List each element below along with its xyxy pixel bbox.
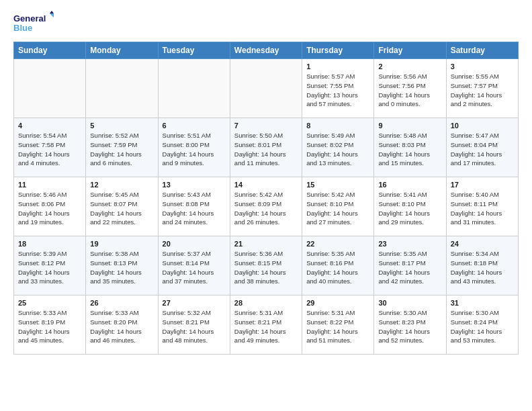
- day-info: Sunrise: 5:41 AM Sunset: 8:10 PM Dayligh…: [378, 190, 441, 227]
- empty-cell: [86, 59, 158, 118]
- day-cell-26: 26Sunrise: 5:33 AM Sunset: 8:20 PM Dayli…: [86, 295, 158, 355]
- day-info: Sunrise: 5:30 AM Sunset: 8:24 PM Dayligh…: [451, 308, 514, 345]
- day-number: 13: [163, 181, 226, 189]
- svg-marker-3: [50, 11, 54, 13]
- weekday-header-monday: Monday: [86, 42, 158, 59]
- weekday-header-saturday: Saturday: [446, 42, 518, 59]
- day-number: 10: [451, 122, 514, 130]
- day-info: Sunrise: 5:57 AM Sunset: 7:55 PM Dayligh…: [306, 72, 369, 109]
- calendar-table: SundayMondayTuesdayWednesdayThursdayFrid…: [13, 42, 519, 355]
- day-cell-8: 8Sunrise: 5:49 AM Sunset: 8:02 PM Daylig…: [302, 118, 374, 177]
- day-info: Sunrise: 5:32 AM Sunset: 8:21 PM Dayligh…: [163, 308, 226, 345]
- day-number: 25: [18, 299, 81, 307]
- day-info: Sunrise: 5:47 AM Sunset: 8:04 PM Dayligh…: [451, 131, 514, 168]
- day-number: 11: [18, 181, 81, 189]
- day-info: Sunrise: 5:55 AM Sunset: 7:57 PM Dayligh…: [451, 72, 514, 109]
- svg-text:Blue: Blue: [13, 23, 32, 33]
- day-info: Sunrise: 5:30 AM Sunset: 8:23 PM Dayligh…: [378, 308, 441, 345]
- day-info: Sunrise: 5:33 AM Sunset: 8:20 PM Dayligh…: [90, 308, 153, 345]
- day-number: 23: [378, 240, 441, 248]
- day-info: Sunrise: 5:45 AM Sunset: 8:07 PM Dayligh…: [90, 190, 153, 227]
- day-info: Sunrise: 5:31 AM Sunset: 8:22 PM Dayligh…: [306, 308, 369, 345]
- day-cell-3: 3Sunrise: 5:55 AM Sunset: 7:57 PM Daylig…: [446, 59, 518, 118]
- day-info: Sunrise: 5:43 AM Sunset: 8:08 PM Dayligh…: [163, 190, 226, 227]
- day-cell-6: 6Sunrise: 5:51 AM Sunset: 8:00 PM Daylig…: [158, 118, 230, 177]
- week-row-3: 11Sunrise: 5:46 AM Sunset: 8:06 PM Dayli…: [14, 177, 519, 236]
- day-number: 14: [234, 181, 298, 189]
- day-number: 6: [163, 122, 226, 130]
- svg-marker-2: [50, 13, 54, 17]
- day-cell-25: 25Sunrise: 5:33 AM Sunset: 8:19 PM Dayli…: [14, 295, 86, 355]
- day-number: 3: [451, 62, 514, 71]
- day-info: Sunrise: 5:39 AM Sunset: 8:12 PM Dayligh…: [18, 249, 81, 286]
- day-info: Sunrise: 5:54 AM Sunset: 7:58 PM Dayligh…: [18, 131, 81, 168]
- weekday-header-wednesday: Wednesday: [230, 42, 302, 59]
- day-cell-24: 24Sunrise: 5:34 AM Sunset: 8:18 PM Dayli…: [446, 236, 518, 295]
- day-cell-2: 2Sunrise: 5:56 AM Sunset: 7:56 PM Daylig…: [374, 59, 446, 118]
- day-cell-13: 13Sunrise: 5:43 AM Sunset: 8:08 PM Dayli…: [158, 177, 230, 236]
- day-number: 2: [378, 62, 441, 71]
- day-info: Sunrise: 5:37 AM Sunset: 8:14 PM Dayligh…: [163, 249, 226, 286]
- day-info: Sunrise: 5:38 AM Sunset: 8:13 PM Dayligh…: [90, 249, 153, 286]
- day-info: Sunrise: 5:51 AM Sunset: 8:00 PM Dayligh…: [163, 131, 226, 168]
- day-number: 5: [90, 122, 153, 130]
- day-cell-4: 4Sunrise: 5:54 AM Sunset: 7:58 PM Daylig…: [14, 118, 86, 177]
- day-info: Sunrise: 5:56 AM Sunset: 7:56 PM Dayligh…: [378, 72, 441, 109]
- day-number: 28: [234, 299, 298, 307]
- day-cell-5: 5Sunrise: 5:52 AM Sunset: 7:59 PM Daylig…: [86, 118, 158, 177]
- day-number: 16: [378, 181, 441, 189]
- day-cell-23: 23Sunrise: 5:35 AM Sunset: 8:17 PM Dayli…: [374, 236, 446, 295]
- logo-svg: General Blue: [13, 11, 54, 35]
- empty-cell: [230, 59, 302, 118]
- day-cell-28: 28Sunrise: 5:31 AM Sunset: 8:21 PM Dayli…: [230, 295, 302, 355]
- page: General Blue SundayMondayTuesdayWednesda…: [0, 0, 532, 365]
- day-number: 1: [306, 62, 369, 71]
- day-cell-16: 16Sunrise: 5:41 AM Sunset: 8:10 PM Dayli…: [374, 177, 446, 236]
- day-info: Sunrise: 5:42 AM Sunset: 8:09 PM Dayligh…: [234, 190, 298, 227]
- day-number: 12: [90, 181, 153, 189]
- day-info: Sunrise: 5:42 AM Sunset: 8:10 PM Dayligh…: [306, 190, 369, 227]
- weekday-header-friday: Friday: [374, 42, 446, 59]
- week-row-5: 25Sunrise: 5:33 AM Sunset: 8:19 PM Dayli…: [14, 295, 519, 355]
- day-number: 17: [451, 181, 514, 189]
- day-cell-10: 10Sunrise: 5:47 AM Sunset: 8:04 PM Dayli…: [446, 118, 518, 177]
- logo: General Blue: [13, 11, 54, 35]
- week-row-1: 1Sunrise: 5:57 AM Sunset: 7:55 PM Daylig…: [14, 59, 519, 118]
- day-number: 19: [90, 240, 153, 248]
- day-cell-30: 30Sunrise: 5:30 AM Sunset: 8:23 PM Dayli…: [374, 295, 446, 355]
- day-cell-12: 12Sunrise: 5:45 AM Sunset: 8:07 PM Dayli…: [86, 177, 158, 236]
- day-info: Sunrise: 5:48 AM Sunset: 8:03 PM Dayligh…: [378, 131, 441, 168]
- day-info: Sunrise: 5:31 AM Sunset: 8:21 PM Dayligh…: [234, 308, 298, 345]
- day-number: 7: [234, 122, 298, 130]
- day-info: Sunrise: 5:36 AM Sunset: 8:15 PM Dayligh…: [234, 249, 298, 286]
- weekday-header-tuesday: Tuesday: [158, 42, 230, 59]
- day-cell-9: 9Sunrise: 5:48 AM Sunset: 8:03 PM Daylig…: [374, 118, 446, 177]
- day-cell-31: 31Sunrise: 5:30 AM Sunset: 8:24 PM Dayli…: [446, 295, 518, 355]
- empty-cell: [158, 59, 230, 118]
- day-number: 18: [18, 240, 81, 248]
- week-row-4: 18Sunrise: 5:39 AM Sunset: 8:12 PM Dayli…: [14, 236, 519, 295]
- day-cell-1: 1Sunrise: 5:57 AM Sunset: 7:55 PM Daylig…: [302, 59, 374, 118]
- day-number: 9: [378, 122, 441, 130]
- day-number: 21: [234, 240, 298, 248]
- header: General Blue: [13, 11, 519, 35]
- day-info: Sunrise: 5:35 AM Sunset: 8:16 PM Dayligh…: [306, 249, 369, 286]
- day-number: 22: [306, 240, 369, 248]
- day-info: Sunrise: 5:50 AM Sunset: 8:01 PM Dayligh…: [234, 131, 298, 168]
- day-info: Sunrise: 5:52 AM Sunset: 7:59 PM Dayligh…: [90, 131, 153, 168]
- day-cell-19: 19Sunrise: 5:38 AM Sunset: 8:13 PM Dayli…: [86, 236, 158, 295]
- day-cell-18: 18Sunrise: 5:39 AM Sunset: 8:12 PM Dayli…: [14, 236, 86, 295]
- day-cell-15: 15Sunrise: 5:42 AM Sunset: 8:10 PM Dayli…: [302, 177, 374, 236]
- day-number: 26: [90, 299, 153, 307]
- day-cell-20: 20Sunrise: 5:37 AM Sunset: 8:14 PM Dayli…: [158, 236, 230, 295]
- day-cell-11: 11Sunrise: 5:46 AM Sunset: 8:06 PM Dayli…: [14, 177, 86, 236]
- day-number: 29: [306, 299, 369, 307]
- day-cell-7: 7Sunrise: 5:50 AM Sunset: 8:01 PM Daylig…: [230, 118, 302, 177]
- day-number: 4: [18, 122, 81, 130]
- day-info: Sunrise: 5:35 AM Sunset: 8:17 PM Dayligh…: [378, 249, 441, 286]
- day-cell-22: 22Sunrise: 5:35 AM Sunset: 8:16 PM Dayli…: [302, 236, 374, 295]
- day-info: Sunrise: 5:49 AM Sunset: 8:02 PM Dayligh…: [306, 131, 369, 168]
- day-number: 30: [378, 299, 441, 307]
- day-cell-27: 27Sunrise: 5:32 AM Sunset: 8:21 PM Dayli…: [158, 295, 230, 355]
- day-cell-17: 17Sunrise: 5:40 AM Sunset: 8:11 PM Dayli…: [446, 177, 518, 236]
